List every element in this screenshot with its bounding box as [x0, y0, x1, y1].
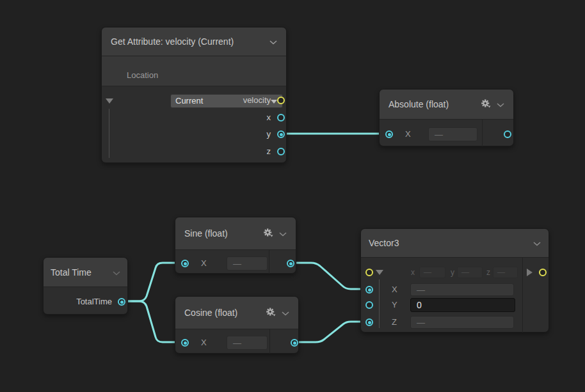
output-port-velocity[interactable] — [277, 97, 285, 104]
mini-field-x[interactable]: — — [419, 267, 445, 278]
input-field-x[interactable]: — — [227, 336, 268, 350]
output-port-vector3[interactable] — [539, 269, 547, 276]
body-divider — [269, 329, 270, 354]
location-label: Location — [127, 67, 158, 84]
input-field-z[interactable]: — — [410, 316, 514, 329]
output-port-y[interactable] — [277, 130, 285, 138]
gear-icon[interactable] — [263, 228, 273, 239]
mini-label-z: z — [486, 267, 490, 278]
input-port-x[interactable] — [181, 260, 189, 267]
chevron-down-icon[interactable] — [279, 228, 287, 239]
dropdown-arrow-icon — [271, 100, 277, 104]
output-divider — [522, 258, 523, 333]
input-port-y[interactable] — [365, 301, 373, 309]
mini-field-z[interactable]: — — [493, 267, 518, 278]
space-toggle-icon[interactable] — [527, 269, 533, 276]
input-label-y: Y — [392, 297, 397, 313]
node-absolute[interactable]: Absolute (float) X — — [379, 89, 514, 146]
edge-cosine-out-to-vector3-z[interactable] — [298, 322, 364, 342]
location-dropdown-value: Current — [175, 96, 203, 106]
body-divider — [269, 250, 269, 274]
mini-label-x: x — [411, 267, 415, 278]
output-label-totaltime: TotalTime — [76, 294, 112, 310]
input-label-x: X — [392, 281, 397, 298]
node-get-attribute[interactable]: Get Attribute: velocity (Current) Locati… — [101, 27, 287, 163]
input-port-x[interactable] — [181, 339, 189, 347]
node-title: Cosine (float) — [184, 308, 237, 318]
node-cosine[interactable]: Cosine (float) X — — [175, 296, 299, 354]
mini-label-y: y — [451, 267, 454, 278]
node-title: Total Time — [51, 267, 92, 278]
input-port-z[interactable] — [365, 318, 373, 326]
input-field-x[interactable]: — — [227, 256, 268, 270]
chevron-down-icon[interactable] — [533, 238, 541, 248]
node-title: Get Attribute: velocity (Current) — [111, 36, 234, 47]
edge-totaltime-to-cosine-x[interactable] — [126, 301, 180, 342]
foldout-triangle-icon[interactable] — [376, 270, 383, 275]
output-port-totaltime[interactable] — [118, 298, 125, 306]
input-label-x: X — [201, 255, 207, 272]
mini-field-y[interactable]: — — [457, 267, 483, 278]
output-label-y: y — [267, 126, 271, 143]
settings-row: Location Current — [102, 56, 286, 86]
input-port-x[interactable] — [365, 286, 373, 294]
chevron-down-icon[interactable] — [269, 36, 277, 47]
input-label-x: X — [405, 126, 411, 143]
input-field-y[interactable] — [410, 298, 515, 312]
edge-sine-out-to-vector3-x[interactable] — [295, 263, 364, 289]
edge-totaltime-to-sine-x[interactable] — [126, 263, 180, 301]
output-port-x[interactable] — [277, 114, 285, 122]
chevron-down-icon[interactable] — [113, 267, 120, 278]
chevron-down-icon[interactable] — [497, 99, 504, 109]
output-label-x: x — [267, 109, 271, 126]
chevron-down-icon[interactable] — [282, 308, 289, 318]
node-title: Absolute (float) — [389, 99, 449, 109]
input-label-x: X — [201, 334, 207, 351]
foldout-triangle-icon[interactable] — [106, 98, 113, 104]
node-sine[interactable]: Sine (float) X — — [175, 217, 296, 274]
input-port-vector3[interactable] — [365, 269, 373, 276]
output-port-z[interactable] — [277, 148, 285, 155]
input-field-x[interactable]: — — [410, 283, 514, 296]
node-title: Sine (float) — [184, 228, 228, 239]
gear-icon[interactable] — [481, 99, 491, 110]
foldout-line — [109, 109, 109, 158]
output-port[interactable] — [287, 260, 294, 267]
output-port[interactable] — [291, 339, 298, 347]
input-field-x[interactable]: — — [428, 127, 477, 141]
output-label-velocity: velocity — [243, 92, 271, 109]
node-total-time[interactable]: Total Time TotalTime — [43, 257, 128, 315]
output-label-z: z — [267, 143, 271, 160]
node-title: Vector3 — [369, 238, 399, 248]
input-port-x[interactable] — [385, 130, 393, 138]
output-port[interactable] — [504, 130, 511, 138]
foldout-line — [379, 279, 380, 328]
input-label-z: Z — [392, 314, 397, 331]
gear-icon[interactable] — [266, 308, 276, 318]
node-vector3[interactable]: Vector3 x — y — z — X — Y Z — — [360, 228, 549, 333]
body-divider — [482, 120, 483, 146]
